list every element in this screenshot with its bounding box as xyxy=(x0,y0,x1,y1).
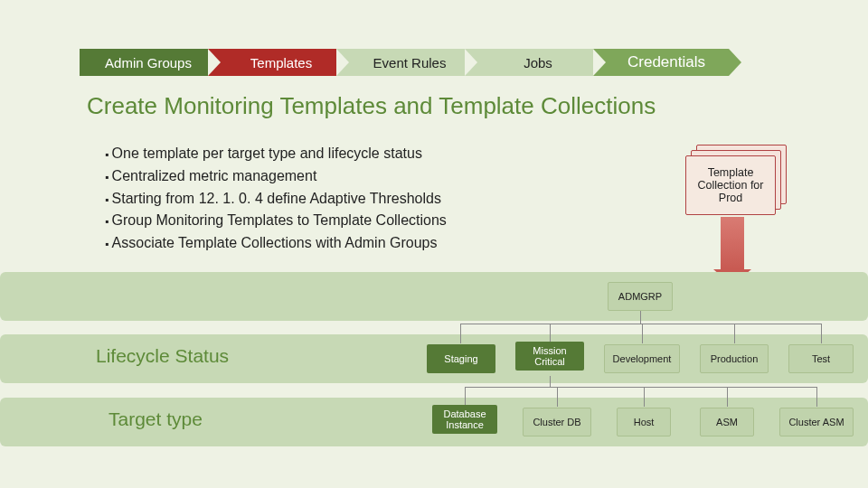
bullet-item: Group Monitoring Templates to Template C… xyxy=(105,210,447,232)
node-host: Host xyxy=(617,408,671,436)
node-production: Production xyxy=(700,344,769,373)
tree-connector xyxy=(727,387,728,407)
bullet-item: Starting from 12. 1. 0. 4 define Adaptiv… xyxy=(105,188,447,211)
tree-connector xyxy=(465,387,817,388)
target-label: Target type xyxy=(108,408,203,430)
stack-card-front: Template Collection for Prod xyxy=(685,155,776,215)
template-collection-stack: Template Collection for Prod xyxy=(685,145,785,213)
tree-connector xyxy=(460,324,822,324)
tree-root: ADMGRP xyxy=(608,282,673,311)
node-development: Development xyxy=(604,344,680,373)
breadcrumb-chevrons: Admin Groups Templates Event Rules Jobs … xyxy=(80,49,722,76)
node-staging: Staging xyxy=(427,344,495,373)
node-test: Test xyxy=(788,344,854,373)
tree-connector xyxy=(640,311,641,324)
tree-connector xyxy=(642,324,643,343)
tree-connector xyxy=(821,324,822,343)
tree-connector xyxy=(557,387,558,407)
node-mission-critical: Mission Critical xyxy=(515,342,584,371)
bullet-item: Associate Template Collections with Admi… xyxy=(105,232,447,255)
page-title: Create Monitoring Templates and Template… xyxy=(87,92,656,120)
bullet-list: One template per target type and lifecyc… xyxy=(105,143,447,255)
tree-connector xyxy=(465,387,466,405)
node-cluster-asm: Cluster ASM xyxy=(779,408,854,436)
nav-admin-groups[interactable]: Admin Groups xyxy=(80,49,215,76)
nav-event-rules[interactable]: Event Rules xyxy=(336,49,472,76)
tree-connector xyxy=(550,376,551,387)
lifecycle-label: Lifecycle Status xyxy=(96,345,229,367)
bullet-item: Centralized metric management xyxy=(105,165,447,188)
nav-templates[interactable]: Templates xyxy=(208,49,344,76)
tree-connector xyxy=(816,387,817,407)
tree-connector xyxy=(550,324,551,342)
down-arrow-icon xyxy=(721,217,744,269)
row-band-root xyxy=(0,272,868,321)
tree-connector xyxy=(460,324,461,343)
tree-connector xyxy=(734,324,735,343)
node-asm: ASM xyxy=(700,408,754,436)
bullet-item: One template per target type and lifecyc… xyxy=(105,143,447,165)
node-db-instance: Database Instance xyxy=(432,405,497,434)
tree-connector xyxy=(644,387,645,407)
nav-jobs[interactable]: Jobs xyxy=(465,49,600,76)
node-cluster-db: Cluster DB xyxy=(523,408,591,436)
nav-credentials[interactable]: Credentials xyxy=(593,49,729,76)
